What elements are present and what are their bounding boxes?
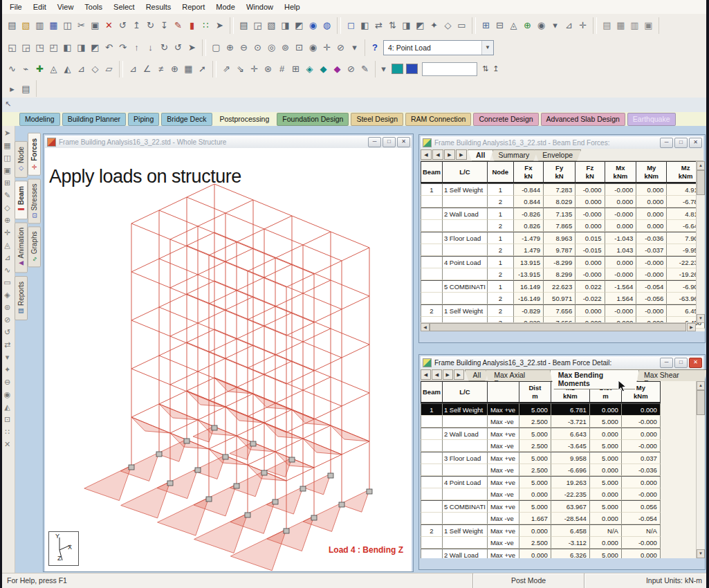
side-tool-icon-2[interactable]: ▦ (3, 141, 12, 150)
zoom-previous-icon[interactable]: ◎ (265, 41, 278, 54)
table-row[interactable]: 21.4799.787-0.0151.043-0.037-9.958 (421, 244, 705, 256)
side-tool-icon-24[interactable]: ⊡ (3, 415, 12, 424)
structure-canvas[interactable]: Apply loads on structure Y X Z Load 4 : … (45, 148, 412, 571)
side-tool-icon-26[interactable]: ✕ (3, 440, 12, 449)
subgrid-icon[interactable]: ⊟ (493, 19, 506, 32)
nav-first-button[interactable]: ◀ (421, 149, 432, 160)
close-button[interactable]: ✕ (689, 358, 702, 368)
annotate-icon[interactable]: ✎ (358, 62, 371, 75)
print-icon[interactable]: ▤ (237, 19, 250, 32)
sidebar-tab-graphs[interactable]: ∿Graphs (28, 226, 41, 267)
side-tool-icon-19[interactable]: ▾ (3, 353, 12, 362)
view-list-icon[interactable]: ▾ (348, 41, 361, 54)
side-tool-icon-4[interactable]: ▣ (3, 166, 12, 175)
mode-tab-concrete-design[interactable]: Concrete Design (473, 113, 538, 126)
menu-drop-icon[interactable]: ▾ (549, 19, 562, 32)
chevron-down-icon[interactable]: ▼ (481, 41, 493, 55)
table-row[interactable]: 3 Floor LoadMax +ve5.0009.9585.0000.037 (421, 452, 661, 464)
side-tool-icon-11[interactable]: ⊿ (3, 253, 12, 262)
zoom-selected-icon[interactable]: ⊡ (293, 41, 306, 54)
redo-step-icon[interactable]: ↧ (158, 19, 171, 32)
disable-icon[interactable]: ⊘ (344, 62, 358, 75)
dimension-icon[interactable]: ➚ (196, 62, 209, 75)
table-row[interactable]: 11 Self Weight1-0.8447.283-0.000-0.0000.… (421, 183, 705, 196)
side-tool-icon-17[interactable]: ↺ (3, 328, 12, 337)
export-icon[interactable]: ▧ (265, 19, 278, 32)
save-icon[interactable]: ▦ (47, 19, 60, 32)
mode-tab-advanced-slab-design[interactable]: Advanced Slab Design (541, 113, 625, 126)
load-case-selector[interactable]: 4: Point Load ▼ (383, 40, 494, 55)
mode-tab-postprocessing[interactable]: Postprocessing (214, 113, 275, 126)
whole-structure-titlebar[interactable]: Frame Building Analysis16_3_22.std - Who… (45, 136, 412, 148)
plate-icon[interactable]: ◬ (507, 19, 520, 32)
sidebar-tab-reports[interactable]: ▤Reports (15, 276, 28, 320)
cut-icon[interactable]: ✂ (75, 19, 88, 32)
table-row[interactable]: 21 Self Weight2-0.8297.6560.000-0.000-0.… (421, 304, 705, 317)
side-tool-icon-13[interactable]: ▭ (3, 278, 12, 287)
purple-diamond-icon[interactable]: ◆ (331, 62, 344, 75)
side-tool-icon-9[interactable]: ✛ (3, 228, 12, 237)
close-button[interactable]: ✕ (689, 138, 702, 148)
load-arrow-icon[interactable]: ⇗ (220, 62, 233, 75)
sidebar-tab-animation[interactable]: ▶Animation (15, 222, 28, 273)
menu-report[interactable]: Report (176, 1, 210, 12)
table-row[interactable]: 4 Point Load113.915-8.2990.0000.000-0.00… (421, 256, 705, 268)
side-tool-icon-25[interactable]: ∷ (3, 428, 12, 437)
insert-node-icon[interactable]: ⊕ (168, 62, 181, 75)
renumber-icon[interactable]: ▦ (182, 62, 195, 75)
save-view-icon[interactable]: ▤ (600, 19, 614, 32)
tree-toggle-icon[interactable]: ▸ (6, 82, 19, 95)
tab-envelope[interactable]: Envelope (534, 149, 581, 161)
table-row[interactable]: 5 COMBINATIMax +ve5.00063.9675.0000.056 (421, 500, 661, 513)
open-file-icon[interactable]: ▧ (19, 19, 33, 32)
offset-icon[interactable]: ≠ (154, 62, 167, 75)
mode-tab-foundation-design[interactable]: Foundation Design (277, 113, 349, 126)
side-tool-icon-7[interactable]: ◇ (3, 203, 12, 212)
delete-icon[interactable]: ✕ (102, 19, 116, 32)
nav-last-button[interactable]: ▶ (456, 149, 467, 160)
zoom-extents-icon[interactable]: ▢ (210, 41, 223, 54)
pan-icon[interactable]: ◉ (306, 41, 320, 54)
angle-icon[interactable]: ∠ (140, 62, 154, 75)
geometry-icon[interactable]: ◇ (89, 62, 102, 75)
table-row[interactable]: 20.8267.8650.0000.0000.000-6.643 (421, 220, 705, 232)
sidebar-tab-forces[interactable]: ✛Forces (28, 133, 41, 176)
view-iso-icon[interactable]: ◧ (61, 41, 74, 54)
table-row[interactable]: 4 Point LoadMax +ve5.00019.2635.0000.000 (421, 476, 661, 488)
zoom-window-icon[interactable]: ⊙ (251, 41, 264, 54)
solid-tool-icon[interactable]: ◭ (61, 62, 74, 75)
zoom-dynamic-icon[interactable]: ⊚ (279, 41, 292, 54)
copy-picture-icon[interactable]: ◩ (293, 19, 306, 32)
side-tool-icon-16[interactable]: ⊘ (3, 315, 12, 324)
mode-tab-building-planner[interactable]: Building Planner (62, 113, 126, 126)
table-row[interactable]: 11 Self WeightMax +ve5.0006.7810.0000.00… (421, 403, 661, 416)
nav-last-button[interactable]: ▶ (454, 369, 464, 380)
close-button[interactable]: ✕ (397, 137, 410, 147)
table-row[interactable]: Max -ve1.667-28.5440.000-0.054 (421, 513, 661, 524)
teal-display-icon[interactable] (392, 64, 403, 74)
view-icon[interactable]: ◉ (535, 19, 548, 32)
side-tool-icon-6[interactable]: ✎ (3, 191, 12, 200)
teal-solid-icon[interactable]: ◈ (303, 62, 316, 75)
support-icon[interactable]: ✛ (248, 62, 261, 75)
minimize-button[interactable]: ─ (660, 138, 673, 148)
value-input[interactable] (422, 62, 477, 76)
save-as-view-icon[interactable]: ▥ (628, 19, 641, 32)
crosshair-icon[interactable]: ✛ (576, 19, 589, 32)
table-row[interactable]: 2 Wall LoadMax +ve0.0006.3265.0000.000 (421, 549, 661, 558)
horizontal-scrollbar[interactable]: ◀▶ (421, 322, 696, 331)
nav-prev-button[interactable]: ◀ (432, 149, 443, 160)
table-row[interactable]: Max -ve2.500-6.6960.000-0.036 (421, 464, 661, 476)
blue-display-icon[interactable] (406, 64, 418, 74)
no-zoom-icon[interactable]: ⊘ (334, 41, 347, 54)
view-right-icon[interactable]: ◩ (89, 41, 102, 54)
table-row[interactable]: 20.8448.0290.0000.0000.000-6.787 (421, 196, 705, 208)
minimize-button[interactable]: ─ (660, 358, 673, 368)
maximize-button[interactable]: □ (383, 137, 396, 147)
mirror-icon[interactable]: ◨ (400, 19, 413, 32)
side-tool-icon-15[interactable]: ⊚ (3, 303, 12, 312)
edit-icon[interactable]: ✎ (172, 19, 185, 32)
spinner-control[interactable]: ⇅ (482, 64, 488, 73)
node-icon[interactable]: ◇ (441, 19, 454, 32)
new-file-icon[interactable]: ▤ (6, 19, 19, 32)
